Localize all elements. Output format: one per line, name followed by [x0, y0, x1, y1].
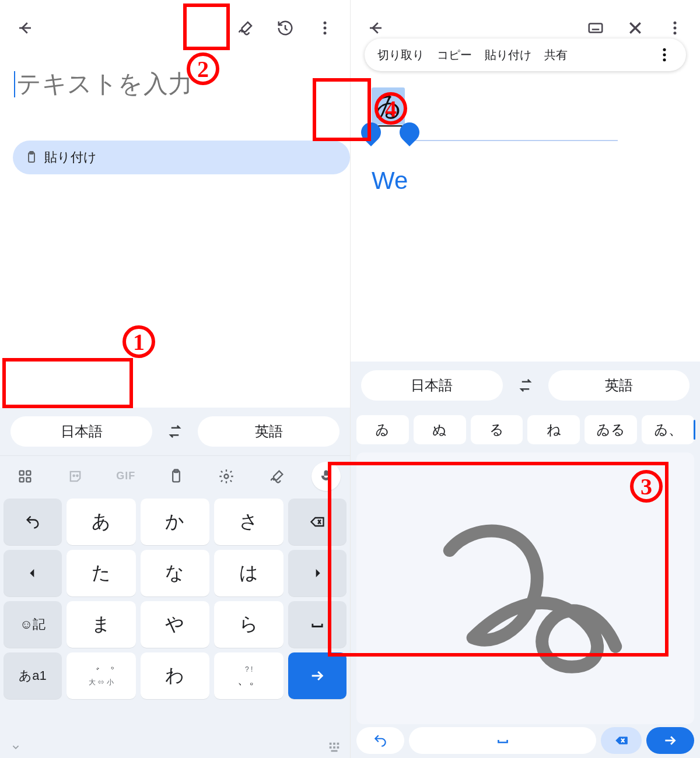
- handwriting-edit-icon[interactable]: [261, 461, 293, 492]
- svg-point-24: [674, 31, 677, 34]
- key-ka[interactable]: か: [141, 499, 210, 545]
- hw-backspace[interactable]: [601, 727, 642, 754]
- punct-sub: ? !: [237, 666, 261, 673]
- lang-japanese[interactable]: 日本語: [10, 416, 152, 447]
- cand-3[interactable]: ね: [527, 415, 580, 444]
- svg-rect-5: [20, 471, 24, 475]
- swap-icon[interactable]: [159, 423, 191, 440]
- mic-icon[interactable]: [312, 462, 341, 491]
- key-ya[interactable]: や: [141, 601, 210, 648]
- punct-key[interactable]: ? ! 、。: [214, 652, 284, 699]
- paste-chip-label: 貼り付け: [44, 149, 97, 166]
- key-wa[interactable]: わ: [141, 652, 210, 699]
- hw-undo[interactable]: [356, 727, 404, 754]
- key-a[interactable]: あ: [66, 499, 136, 545]
- paste-chip[interactable]: 貼り付け: [13, 141, 350, 174]
- backspace-key[interactable]: [288, 499, 346, 545]
- key-ta[interactable]: た: [66, 550, 136, 596]
- hw-space[interactable]: [409, 727, 596, 754]
- space-bar-icon: [309, 616, 326, 633]
- enter-key[interactable]: [288, 652, 346, 699]
- punct-main: 、。: [237, 673, 261, 686]
- hw-footer: [356, 724, 694, 758]
- caret-left-icon: [24, 565, 41, 581]
- svg-point-0: [324, 22, 327, 24]
- caret-right-key[interactable]: [288, 550, 346, 596]
- selected-text-area[interactable]: ゐ: [372, 87, 405, 125]
- key-sa[interactable]: さ: [214, 499, 284, 545]
- svg-point-27: [663, 58, 666, 61]
- undo-icon: [24, 514, 41, 530]
- selected-text: ゐ: [372, 87, 405, 125]
- key-na[interactable]: な: [141, 550, 210, 596]
- svg-rect-7: [20, 478, 24, 482]
- sticker-icon[interactable]: [60, 461, 91, 492]
- apps-grid-icon[interactable]: [9, 461, 41, 492]
- ctx-paste[interactable]: 貼り付け: [485, 47, 531, 63]
- ctx-share[interactable]: 共有: [544, 47, 568, 63]
- langbar-left: 日本語 英語: [0, 408, 350, 455]
- symbol-key[interactable]: ☺記: [4, 601, 62, 648]
- ctx-copy[interactable]: コピー: [437, 47, 472, 63]
- clipboard-icon[interactable]: [160, 461, 192, 492]
- svg-rect-19: [337, 746, 340, 749]
- appbar-left: [0, 0, 350, 56]
- handwriting-stroke: [356, 452, 694, 724]
- undo-key[interactable]: [4, 499, 62, 545]
- space-key[interactable]: [288, 601, 346, 648]
- svg-point-22: [674, 22, 677, 24]
- left-pane: テキストを入力 貼り付け 日本語 英語: [0, 0, 350, 758]
- lang-english[interactable]: 英語: [548, 370, 690, 401]
- svg-point-2: [324, 31, 327, 34]
- cand-2[interactable]: る: [471, 415, 523, 444]
- dakuten-key[interactable]: ゛ ゜ 大 ⇔ 小: [66, 652, 136, 699]
- backspace-filled-icon: [614, 733, 629, 748]
- keyboard-toolbar: GIF: [0, 455, 350, 496]
- cand-0[interactable]: ゐ: [356, 415, 409, 444]
- text-input-area[interactable]: テキストを入力: [0, 56, 350, 100]
- text-placeholder: テキストを入力: [16, 69, 334, 100]
- swap-icon[interactable]: [510, 377, 541, 394]
- arrow-right-icon: [309, 668, 326, 684]
- keyboard-grid-icon[interactable]: [328, 741, 341, 753]
- keypad-12key: あ か さ た な は ☺記 ま や ら あa1 ゛ ゜ 大 ⇔ 小 わ: [0, 496, 350, 736]
- svg-rect-15: [333, 743, 335, 745]
- svg-rect-16: [337, 743, 340, 745]
- cand-5[interactable]: ゐ、: [642, 415, 694, 444]
- lang-english[interactable]: 英語: [198, 416, 340, 447]
- ctx-more-icon[interactable]: [656, 46, 673, 64]
- caret-left-key[interactable]: [4, 550, 62, 596]
- input-underline: [408, 140, 618, 141]
- mode-key[interactable]: あa1: [4, 652, 62, 699]
- hw-go[interactable]: [646, 727, 694, 754]
- clipboard-icon: [24, 150, 38, 164]
- history-icon[interactable]: [268, 11, 302, 45]
- translate-suggestion[interactable]: We: [372, 167, 408, 195]
- key-ha[interactable]: は: [214, 550, 284, 596]
- svg-point-23: [674, 27, 677, 30]
- more-vert-icon[interactable]: [308, 11, 342, 45]
- svg-rect-14: [330, 743, 332, 745]
- svg-rect-21: [589, 24, 603, 33]
- backspace-icon: [309, 514, 326, 530]
- lang-japanese[interactable]: 日本語: [361, 370, 503, 401]
- gif-button[interactable]: GIF: [110, 461, 142, 492]
- svg-point-10: [77, 475, 78, 476]
- context-menu: 切り取り コピー 貼り付け 共有: [365, 38, 686, 71]
- svg-point-25: [663, 48, 666, 51]
- key-ra[interactable]: ら: [214, 601, 284, 648]
- svg-rect-8: [26, 478, 30, 482]
- key-ma[interactable]: ま: [66, 601, 136, 648]
- dakuten-main: ゛ ゜: [88, 666, 115, 679]
- back-arrow-icon[interactable]: [8, 11, 42, 45]
- handwriting-pad[interactable]: [356, 452, 694, 724]
- caret-right-icon: [309, 565, 326, 581]
- cand-1[interactable]: ぬ: [414, 415, 466, 444]
- right-pane: 切り取り コピー 貼り付け 共有 ゐ We 日本語 英語: [350, 0, 700, 758]
- gear-icon[interactable]: [211, 461, 242, 492]
- cand-4[interactable]: ゐる: [584, 415, 637, 444]
- ctx-cut[interactable]: 切り取り: [377, 47, 424, 63]
- handwriting-edit-icon[interactable]: [229, 11, 262, 45]
- svg-rect-18: [333, 746, 335, 749]
- chevron-down-icon[interactable]: [9, 741, 22, 753]
